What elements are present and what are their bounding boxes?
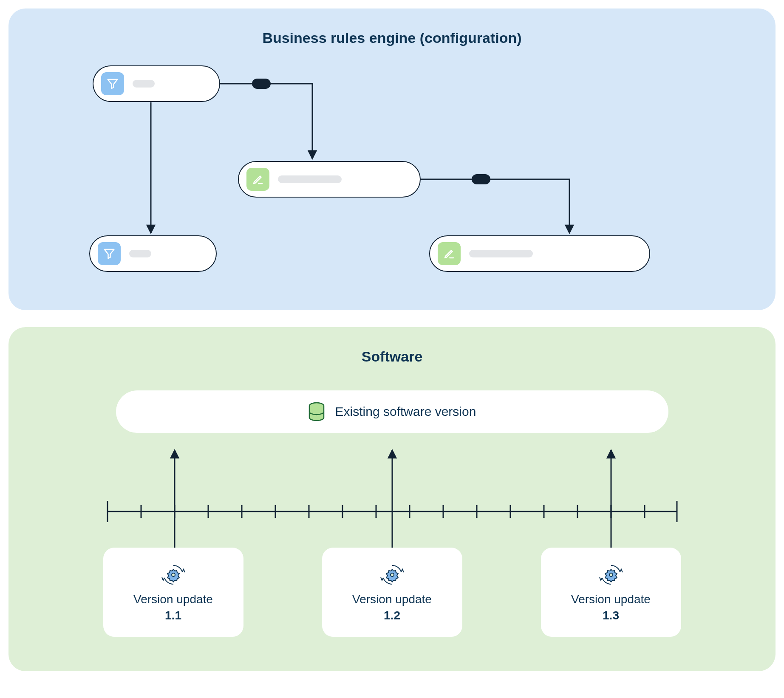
flow-node-action [429,235,650,272]
version-number: 1.3 [603,609,619,622]
edit-icon [438,242,461,265]
software-title: Software [34,348,750,365]
filter-icon [98,242,121,265]
software-panel: Software Existing software version [8,327,776,671]
node-placeholder [129,250,151,257]
gear-refresh-icon [379,562,405,588]
version-label: Version update [352,593,432,606]
flow-node-filter [89,235,217,272]
svg-point-25 [609,573,613,576]
rules-title: Business rules engine (configuration) [34,30,750,46]
edit-icon [246,168,269,191]
version-number: 1.1 [165,609,181,622]
version-card: Version update 1.2 [322,548,462,637]
node-placeholder [278,175,342,183]
version-card: Version update 1.1 [103,548,243,637]
connector-badge [472,174,490,184]
existing-version-label: Existing software version [335,404,476,419]
rules-panel: Business rules engine (configuration) [8,8,776,310]
version-label: Version update [571,593,651,606]
svg-point-23 [172,573,175,576]
existing-version-bar: Existing software version [116,390,668,433]
connector-badge [252,79,271,89]
version-card: Version update 1.3 [541,548,681,637]
node-placeholder [133,80,155,88]
gear-refresh-icon [161,562,186,588]
database-icon [308,402,325,421]
version-label: Version update [133,593,213,606]
version-number: 1.2 [384,609,400,622]
software-diagram: Existing software version [52,390,732,637]
flow-node-action [238,161,421,198]
svg-point-24 [391,573,394,576]
filter-icon [101,72,124,95]
flow-node-filter [93,65,220,102]
flow-diagram [34,63,750,284]
gear-refresh-icon [598,562,624,588]
node-placeholder [469,250,533,257]
